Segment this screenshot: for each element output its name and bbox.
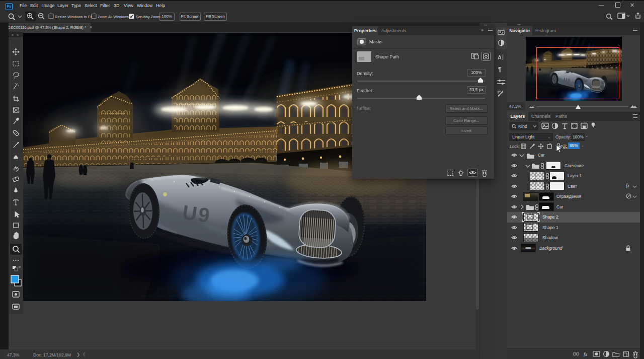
- svg-text:¶: ¶: [498, 66, 502, 73]
- svg-text:fx: fx: [584, 351, 588, 357]
- svg-text:«: «: [12, 33, 14, 37]
- svg-text:A: A: [498, 54, 502, 60]
- svg-text:»: »: [17, 33, 19, 37]
- svg-text:Kind: Kind: [518, 124, 527, 129]
